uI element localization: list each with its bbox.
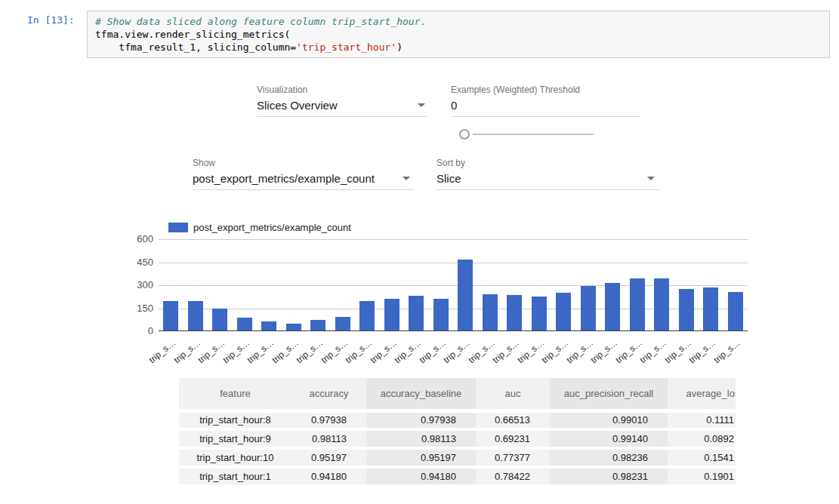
bar[interactable] — [286, 324, 301, 330]
slider-track[interactable] — [473, 134, 594, 135]
code-text: tfma.view.render_slicing_metrics( — [95, 29, 290, 40]
metric-cell: 0.97938 — [291, 410, 366, 429]
y-tick-label: 0 — [123, 325, 153, 337]
show-value: post_export_metrics/example_count — [193, 172, 375, 185]
code-text: tfma_result_1, slicing_column= — [95, 41, 296, 53]
threshold-input[interactable]: 0 — [451, 98, 640, 117]
metrics-table-wrap: featureaccuracyaccuracy_baselineaucauc_p… — [179, 378, 736, 504]
metric-cell: 0.66513 — [476, 410, 550, 429]
y-tick-label: 450 — [123, 257, 153, 269]
metric-cell: 0.97938 — [366, 410, 476, 429]
bar[interactable] — [433, 299, 449, 330]
bar[interactable] — [188, 301, 203, 330]
metric-cell: 0.0892 — [668, 429, 736, 448]
column-header[interactable]: auc — [476, 378, 550, 410]
metric-cell: 0.1901 — [668, 467, 736, 486]
legend-swatch — [168, 223, 188, 232]
metric-cell: 0.98236 — [550, 448, 668, 467]
bar[interactable] — [359, 301, 375, 330]
plot-area — [159, 239, 748, 331]
bar[interactable] — [605, 283, 620, 330]
column-header[interactable]: feature — [179, 378, 291, 410]
bar[interactable] — [581, 286, 596, 330]
visualization-label: Visualization — [257, 85, 427, 95]
metric-cell: 0.69231 — [476, 429, 550, 448]
x-axis-labels: trip_s…trip_s…trip_s…trip_s…trip_s…trip_… — [159, 333, 748, 367]
column-header[interactable]: accuracy_baseline — [366, 378, 476, 410]
column-header[interactable]: accuracy — [291, 378, 366, 410]
bar-series — [159, 239, 748, 330]
column-header[interactable]: auc_precision_recall — [550, 378, 668, 410]
metric-cell: 0.77377 — [476, 448, 550, 467]
metric-cell: 0.99010 — [550, 410, 668, 429]
visualization-value: Slices Overview — [257, 99, 338, 112]
y-tick-label: 150 — [123, 303, 153, 315]
threshold-label: Examples (Weighted) Threshold — [451, 85, 640, 95]
y-tick-label: 600 — [123, 233, 153, 245]
slices-bar-chart: post_export_metrics/example_count 600450… — [123, 217, 788, 368]
table-row[interactable]: trip_start_hour:90.981130.981130.692310.… — [179, 429, 736, 448]
show-select[interactable]: post_export_metrics/example_count — [193, 171, 415, 190]
bar[interactable] — [335, 317, 350, 330]
legend-label: post_export_metrics/example_count — [193, 222, 351, 233]
show-dropdown: Show post_export_metrics/example_count — [193, 158, 415, 190]
bar[interactable] — [728, 292, 743, 330]
bar[interactable] — [507, 295, 522, 330]
visualization-select[interactable]: Slices Overview — [257, 98, 427, 117]
table-row[interactable]: trip_start_hour:100.951970.951970.773770… — [179, 448, 736, 467]
bar[interactable] — [703, 287, 718, 330]
metric-cell: 0.98113 — [291, 429, 366, 448]
y-tick-label: 300 — [123, 279, 153, 291]
bar[interactable] — [630, 278, 645, 330]
chevron-down-icon[interactable] — [647, 177, 655, 180]
feature-cell: trip_start_hour:1 — [179, 467, 291, 486]
sort-select[interactable]: Slice — [436, 171, 659, 190]
feature-cell: trip_start_hour:9 — [179, 429, 291, 448]
y-axis: 6004503001500 — [123, 217, 153, 346]
code-editor[interactable]: # Show data sliced along feature column … — [87, 11, 830, 58]
bar[interactable] — [556, 293, 571, 330]
metric-cell: 0.94180 — [366, 467, 476, 486]
code-comment: # Show data sliced along feature column … — [95, 16, 426, 27]
bar[interactable] — [261, 321, 276, 330]
bar[interactable] — [237, 318, 252, 330]
column-header[interactable]: average_los — [668, 378, 736, 410]
metric-cell: 0.78422 — [476, 467, 550, 486]
feature-cell: trip_start_hour:8 — [179, 410, 291, 429]
threshold-control: Examples (Weighted) Threshold 0 — [451, 85, 640, 117]
table-row[interactable]: trip_start_hour:80.979380.979380.665130.… — [179, 410, 736, 429]
metric-cell: 0.98113 — [366, 429, 476, 448]
visualization-dropdown: Visualization Slices Overview — [257, 85, 427, 117]
bar[interactable] — [163, 301, 178, 330]
metric-cell: 0.1111 — [668, 410, 736, 429]
metric-cell: 0.98231 — [550, 467, 668, 486]
sort-value: Slice — [436, 172, 461, 185]
bar[interactable] — [458, 260, 473, 330]
feature-cell: trip_start_hour:10 — [179, 448, 291, 467]
bar[interactable] — [310, 320, 325, 330]
metric-cell: 0.94180 — [291, 467, 366, 486]
code-text: ) — [396, 41, 403, 53]
bar[interactable] — [679, 289, 694, 330]
bar[interactable] — [654, 278, 669, 330]
chart-legend: post_export_metrics/example_count — [168, 220, 351, 231]
metric-cell: 0.95197 — [291, 448, 366, 467]
bar[interactable] — [409, 296, 424, 330]
chevron-down-icon[interactable] — [418, 103, 425, 107]
threshold-slider[interactable] — [458, 128, 594, 140]
slider-knob[interactable] — [459, 129, 470, 140]
bar[interactable] — [384, 299, 399, 330]
bar[interactable] — [483, 294, 498, 330]
metrics-table: featureaccuracyaccuracy_baselineaucauc_p… — [179, 378, 736, 487]
table-header-row: featureaccuracyaccuracy_baselineaucauc_p… — [179, 378, 736, 410]
bar[interactable] — [532, 297, 547, 330]
metric-cell: 0.95197 — [366, 448, 476, 467]
chevron-down-icon[interactable] — [403, 177, 410, 180]
threshold-value: 0 — [451, 99, 457, 112]
bar[interactable] — [212, 309, 227, 330]
sort-dropdown: Sort by Slice — [436, 158, 659, 190]
table-row[interactable]: trip_start_hour:10.941800.941800.784220.… — [179, 467, 736, 486]
cell-prompt: In [13]: — [27, 14, 75, 26]
code-string: 'trip_start_hour' — [296, 41, 396, 53]
metric-cell: 0.1541 — [668, 448, 736, 467]
